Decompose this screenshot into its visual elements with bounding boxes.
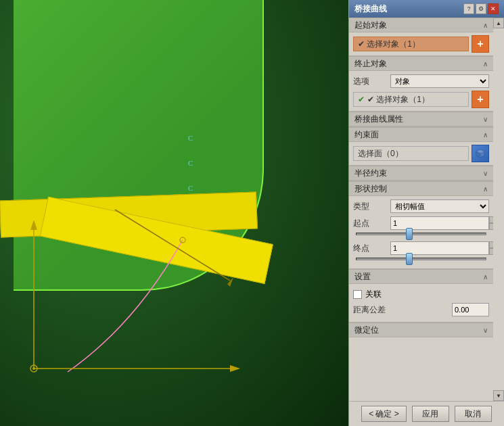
titlebar-buttons: ? ⚙ ✕ [463, 3, 499, 14]
constraint-face-cube-button[interactable] [472, 145, 489, 162]
section-start-object-body: ✔ 选择对象（1） + [349, 32, 493, 55]
section-end-object-header[interactable]: 终止对象 ∧ [349, 56, 493, 71]
shape-type-row: 类型 相切幅值 [353, 199, 489, 214]
shape-end-slider-container [353, 258, 489, 266]
shape-start-slider-container [353, 233, 489, 241]
start-object-selected-row: ✔ 选择对象（1） [353, 37, 469, 51]
section-shape-control-arrow: ∧ [483, 185, 488, 193]
section-end-object-label: 终止对象 [354, 58, 387, 70]
shape-start-slider-thumb[interactable] [406, 228, 413, 240]
panel-content: 起始对象 ∧ ✔ 选择对象（1） + 终止对象 ∧ [349, 18, 493, 401]
end-object-selected-row: ✔ ✔ 选择对象（1） [353, 92, 469, 107]
section-settings-label: 设置 [354, 271, 371, 283]
section-bridge-props-header[interactable]: 桥接曲线属性 ∨ [349, 112, 493, 126]
section-constraint-face-header[interactable]: 约束面 ∧ [349, 127, 493, 142]
section-shape-control-body: 类型 相切幅值 起点 ▲ [349, 196, 493, 268]
bottom-button-bar: < 确定 > 应用 取消 [349, 401, 504, 426]
section-constraint-face-arrow: ∧ [483, 131, 488, 139]
start-object-add-button[interactable]: + [472, 35, 489, 53]
shape-start-slider-track[interactable] [356, 233, 486, 235]
distance-tolerance-label: 距离公差 [353, 304, 452, 316]
associate-row: 关联 [353, 289, 489, 300]
settings-button[interactable]: ⚙ [476, 3, 486, 14]
scroll-up-button[interactable]: ▲ [493, 18, 504, 28]
main-container: C C C 桥接曲线 ? ⚙ ✕ 起始对象 ∧ [0, 0, 504, 426]
apply-button[interactable]: 应用 [412, 406, 449, 422]
distance-tolerance-row: 距离公差 [353, 302, 489, 317]
scroll-down-button[interactable]: ▼ [493, 390, 504, 401]
close-button[interactable]: ✕ [488, 3, 499, 14]
cad-viewport[interactable]: C C C [0, 0, 348, 426]
constraint-face-select-row: 选择面（0） [353, 146, 469, 161]
panel-title: 桥接曲线 [354, 3, 387, 15]
associate-checkbox[interactable] [353, 290, 362, 299]
section-settings-header[interactable]: 设置 ∧ [349, 269, 493, 284]
section-constraint-face-label: 约束面 [354, 129, 379, 141]
section-shape-control-label: 形状控制 [354, 183, 387, 195]
section-fine-pos-arrow: ∨ [483, 327, 488, 334]
shape-type-label: 类型 [353, 201, 390, 212]
help-button[interactable]: ? [463, 3, 474, 14]
associate-label: 关联 [365, 289, 382, 300]
section-start-object-arrow: ∧ [483, 22, 488, 29]
end-object-checkmark: ✔ [358, 95, 365, 104]
distance-tolerance-input[interactable] [452, 303, 489, 316]
shape-type-select[interactable]: 相切幅值 [390, 199, 489, 213]
section-bridge-props-arrow: ∨ [483, 116, 488, 123]
section-constraint-face-body: 选择面（0） [349, 142, 493, 165]
shape-end-slider-thumb[interactable] [406, 253, 413, 265]
shape-end-label: 终点 [353, 243, 390, 254]
section-start-object-label: 起始对象 [354, 20, 387, 31]
shape-start-label: 起点 [353, 218, 390, 229]
section-end-object-body: 选项 对象 ✔ ✔ 选择对象（1） + [349, 71, 493, 111]
scroll-arrows: ▲ ▼ [493, 18, 504, 401]
section-fine-pos-header[interactable]: 微定位 ∨ [349, 323, 493, 337]
end-object-option-select[interactable]: 对象 [390, 74, 489, 88]
constraint-face-text: 选择面（0） [358, 148, 403, 160]
section-settings-body: 关联 距离公差 [349, 284, 493, 322]
section-end-object-arrow: ∧ [483, 60, 488, 68]
shape-end-slider-track[interactable] [356, 258, 486, 260]
section-radius-header[interactable]: 半径约束 ∨ [349, 166, 493, 181]
distance-tolerance-input-area [452, 303, 489, 316]
shape-start-input[interactable] [390, 216, 489, 230]
ok-button[interactable]: < 确定 > [361, 406, 407, 422]
right-panel: 桥接曲线 ? ⚙ ✕ 起始对象 ∧ ✔ 选择对象（1） [348, 0, 504, 426]
section-fine-pos-label: 微定位 [354, 325, 379, 336]
end-object-option-label: 选项 [353, 76, 390, 87]
section-settings-arrow: ∧ [483, 273, 488, 281]
shape-end-row: 终点 ▲ ▼ [353, 241, 489, 256]
shape-end-input[interactable] [390, 241, 489, 255]
panel-titlebar: 桥接曲线 ? ⚙ ✕ [349, 0, 504, 18]
end-object-add-button[interactable]: + [472, 91, 489, 108]
start-object-selected-text: ✔ 选择对象（1） [358, 39, 420, 50]
section-radius-arrow: ∨ [483, 170, 488, 177]
cube-icon [475, 148, 486, 159]
shape-start-row: 起点 ▲ ▼ [353, 216, 489, 231]
section-bridge-props-label: 桥接曲线属性 [354, 114, 403, 125]
end-object-selected-text: ✔ 选择对象（1） [367, 94, 430, 105]
scroll-track [495, 28, 503, 390]
section-radius-label: 半径约束 [354, 168, 387, 179]
end-object-option-row: 选项 对象 [353, 74, 489, 89]
section-shape-control-header[interactable]: 形状控制 ∧ [349, 181, 493, 196]
section-start-object-header[interactable]: 起始对象 ∧ [349, 18, 493, 32]
cancel-button[interactable]: 取消 [455, 406, 492, 422]
